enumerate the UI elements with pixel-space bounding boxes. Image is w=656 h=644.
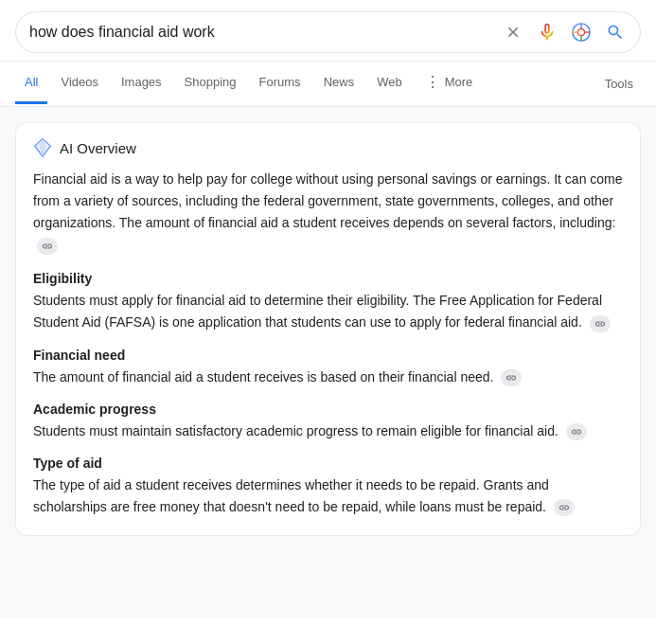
mic-icon [537, 22, 558, 43]
section-type-of-aid: Type of aid The type of aid a student re… [33, 456, 623, 518]
link-icon [42, 241, 53, 252]
search-icon [606, 23, 625, 42]
section-academic-progress-title: Academic progress [33, 402, 623, 417]
intro-link-chip[interactable] [37, 238, 58, 255]
academic-progress-link-chip[interactable] [566, 423, 587, 440]
ai-overview-title: AI Overview [60, 140, 136, 156]
nav-tabs: All Videos Images Shopping Forums News W… [0, 62, 656, 107]
tab-news[interactable]: News [314, 63, 364, 104]
tab-forums[interactable]: Forums [250, 63, 310, 104]
section-academic-progress-body: Students must maintain satisfactory acad… [33, 420, 623, 442]
tab-shopping[interactable]: Shopping [175, 63, 246, 104]
section-eligibility-title: Eligibility [33, 271, 623, 286]
search-bar[interactable]: how does financial aid work [15, 11, 641, 53]
link-icon [571, 426, 582, 438]
section-type-of-aid-title: Type of aid [33, 456, 623, 471]
ai-intro-paragraph: Financial aid is a way to help pay for c… [33, 169, 623, 256]
search-bar-container: how does financial aid work [0, 0, 656, 62]
tab-images[interactable]: Images [112, 63, 171, 104]
section-academic-progress: Academic progress Students must maintain… [33, 402, 623, 442]
link-icon [505, 372, 517, 384]
link-icon [594, 318, 606, 330]
eligibility-link-chip[interactable] [590, 315, 611, 332]
search-input[interactable]: how does financial aid work [29, 22, 494, 43]
close-icon [505, 24, 522, 41]
section-eligibility-body: Students must apply for financial aid to… [33, 290, 623, 333]
search-submit-button[interactable] [604, 21, 627, 44]
link-icon [558, 502, 570, 513]
lens-button[interactable] [570, 21, 593, 44]
financial-need-link-chip[interactable] [501, 369, 522, 386]
clear-button[interactable] [502, 21, 524, 44]
lens-icon [571, 22, 592, 43]
main-content: AI Overview Financial aid is a way to he… [0, 107, 656, 618]
tab-more[interactable]: ⋮ More [416, 62, 483, 106]
svg-point-1 [577, 28, 584, 35]
ai-diamond-icon [33, 138, 52, 157]
section-eligibility: Eligibility Students must apply for fina… [33, 271, 623, 333]
section-financial-need: Financial need The amount of financial a… [33, 348, 623, 388]
ai-overview-header: AI Overview [33, 138, 623, 157]
section-financial-need-body: The amount of financial aid a student re… [33, 367, 623, 388]
section-type-of-aid-body: The type of aid a student receives deter… [33, 474, 623, 518]
ai-overview-card: AI Overview Financial aid is a way to he… [15, 122, 641, 536]
tab-all[interactable]: All [15, 63, 47, 104]
search-icons [502, 21, 627, 44]
section-financial-need-title: Financial need [33, 348, 623, 363]
diamond-icon [33, 138, 52, 157]
tab-web[interactable]: Web [367, 63, 412, 104]
more-dots-icon: ⋮ [425, 71, 440, 94]
type-of-aid-link-chip[interactable] [554, 499, 575, 516]
tools-button[interactable]: Tools [597, 67, 641, 100]
tab-videos[interactable]: Videos [51, 63, 108, 104]
mic-button[interactable] [536, 21, 558, 44]
